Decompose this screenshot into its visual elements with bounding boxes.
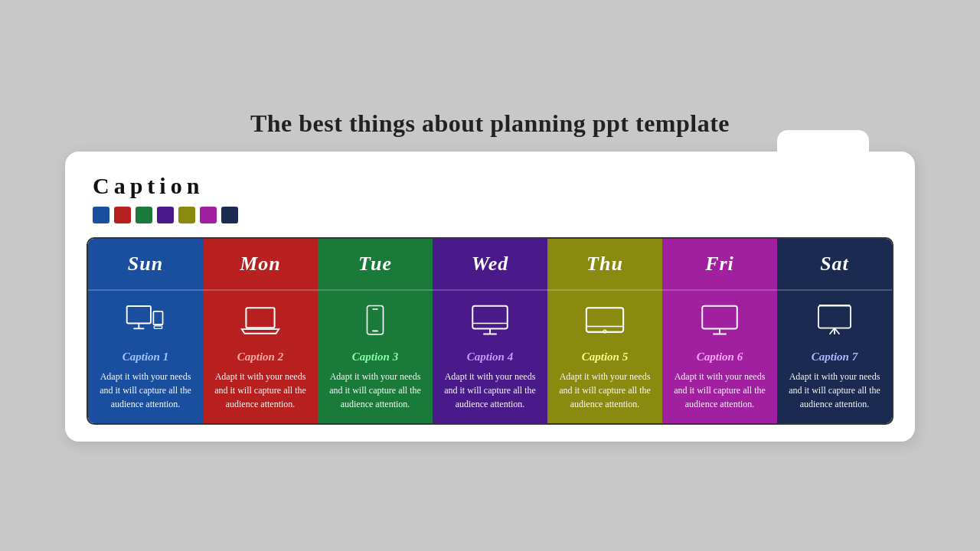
monitor-icon bbox=[470, 305, 510, 337]
fri-caption-title: Caption 6 bbox=[697, 350, 743, 364]
mon-caption-body: Adapt it with your needs and it will cap… bbox=[211, 370, 310, 411]
day-cell-sat: Caption 7Adapt it with your needs and it… bbox=[777, 289, 892, 423]
sat-caption-body: Adapt it with your needs and it will cap… bbox=[785, 370, 884, 411]
svg-line-23 bbox=[830, 328, 835, 334]
sun-caption-body: Adapt it with your needs and it will cap… bbox=[96, 370, 195, 411]
laptop-icon bbox=[240, 305, 280, 337]
day-cell-wed: Caption 4Adapt it with your needs and it… bbox=[433, 289, 547, 423]
fri-caption-body: Adapt it with your needs and it will cap… bbox=[670, 370, 769, 411]
color-swatch bbox=[221, 207, 238, 223]
mon-icon bbox=[240, 305, 280, 340]
svg-rect-3 bbox=[153, 311, 162, 324]
sat-caption-title: Caption 7 bbox=[812, 350, 858, 364]
caption-heading: Caption bbox=[93, 173, 893, 199]
tue-icon bbox=[355, 305, 395, 340]
svg-rect-7 bbox=[368, 306, 384, 335]
wed-caption-body: Adapt it with your needs and it will cap… bbox=[440, 370, 540, 411]
sun-caption-title: Caption 1 bbox=[122, 350, 168, 364]
mon-caption-title: Caption 2 bbox=[237, 350, 283, 364]
svg-rect-14 bbox=[586, 308, 623, 332]
day-header-wed: Wed bbox=[433, 239, 547, 289]
monitor2-icon bbox=[700, 305, 740, 337]
color-swatch bbox=[114, 207, 131, 223]
color-swatch bbox=[93, 207, 109, 223]
tablet-icon bbox=[585, 305, 625, 337]
svg-rect-17 bbox=[702, 306, 737, 329]
day-header-mon: Mon bbox=[203, 239, 318, 289]
page-title: The best things about planning ppt templ… bbox=[250, 109, 730, 138]
day-header-sun: Sun bbox=[88, 239, 203, 289]
day-header-thu: Thu bbox=[547, 239, 662, 289]
svg-rect-20 bbox=[818, 306, 851, 328]
desktop-icon bbox=[126, 305, 165, 337]
day-cell-sun: Caption 1Adapt it with your needs and it… bbox=[88, 289, 203, 423]
svg-rect-5 bbox=[154, 326, 162, 328]
wed-caption-title: Caption 4 bbox=[467, 350, 513, 364]
color-swatch bbox=[157, 207, 174, 223]
mobile-icon bbox=[355, 305, 395, 337]
day-cell-tue: Caption 3Adapt it with your needs and it… bbox=[318, 289, 433, 423]
fri-icon bbox=[700, 305, 740, 340]
thu-caption-body: Adapt it with your needs and it will cap… bbox=[555, 370, 655, 411]
tab-notch bbox=[777, 130, 869, 168]
day-header-tue: Tue bbox=[318, 239, 433, 289]
tue-caption-body: Adapt it with your needs and it will cap… bbox=[325, 370, 425, 411]
wed-icon bbox=[470, 305, 510, 340]
card-header: Caption bbox=[87, 173, 893, 223]
color-swatch bbox=[200, 207, 217, 223]
svg-rect-6 bbox=[246, 308, 274, 328]
color-swatch bbox=[136, 207, 152, 223]
day-header-fri: Fri bbox=[662, 239, 777, 289]
day-cell-thu: Caption 5Adapt it with your needs and it… bbox=[547, 289, 662, 423]
day-header-sat: Sat bbox=[777, 239, 892, 289]
svg-rect-10 bbox=[472, 306, 508, 329]
main-card: Caption SunMonTueWedThuFriSat Caption 1A… bbox=[65, 152, 915, 442]
svg-line-24 bbox=[835, 328, 839, 334]
presentation-icon bbox=[815, 305, 854, 337]
sat-icon bbox=[815, 305, 854, 340]
day-cell-fri: Caption 6Adapt it with your needs and it… bbox=[662, 289, 777, 423]
color-swatch bbox=[178, 207, 195, 223]
tue-caption-title: Caption 3 bbox=[352, 350, 398, 364]
week-grid: SunMonTueWedThuFriSat Caption 1Adapt it … bbox=[87, 237, 893, 425]
color-swatches bbox=[93, 207, 893, 223]
day-cell-mon: Caption 2Adapt it with your needs and it… bbox=[203, 289, 318, 423]
sun-icon bbox=[126, 305, 165, 340]
thu-icon bbox=[585, 305, 625, 340]
thu-caption-title: Caption 5 bbox=[582, 350, 628, 364]
svg-rect-0 bbox=[127, 306, 151, 324]
